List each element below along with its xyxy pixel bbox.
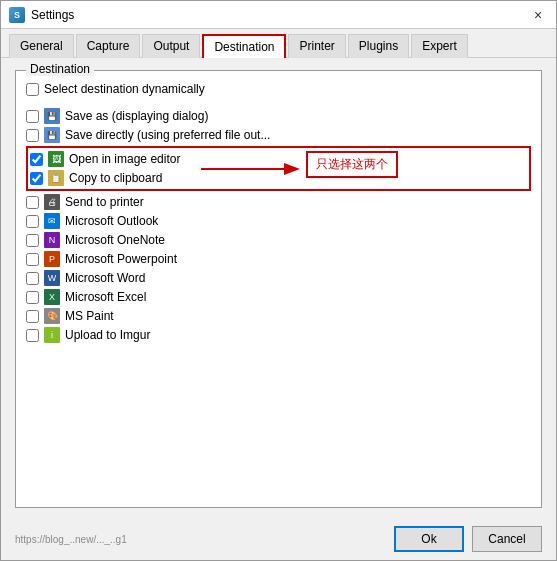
excel-icon: X bbox=[44, 289, 60, 305]
save-as-label: Save as (displaying dialog) bbox=[65, 109, 208, 123]
tab-general[interactable]: General bbox=[9, 34, 74, 58]
imgur-label: Upload to Imgur bbox=[65, 328, 150, 342]
highlighted-items-container: 🖼 Open in image editor 📋 Copy to clipboa… bbox=[26, 146, 531, 191]
select-dynamic-item: Select destination dynamically bbox=[26, 82, 531, 96]
excel-checkbox[interactable] bbox=[26, 291, 39, 304]
printer-item: 🖨 Send to printer bbox=[26, 194, 531, 210]
footer: https://blog_..new/..._..g1 Ok Cancel bbox=[1, 520, 556, 560]
printer-checkbox[interactable] bbox=[26, 196, 39, 209]
save-direct-label: Save directly (using preferred file out.… bbox=[65, 128, 270, 142]
title-bar: S Settings × bbox=[1, 1, 556, 29]
powerpoint-label: Microsoft Powerpoint bbox=[65, 252, 177, 266]
footer-url: https://blog_..new/..._..g1 bbox=[15, 534, 127, 545]
outlook-item: ✉ Microsoft Outlook bbox=[26, 213, 531, 229]
ok-button[interactable]: Ok bbox=[394, 526, 464, 552]
powerpoint-icon: P bbox=[44, 251, 60, 267]
onenote-label: Microsoft OneNote bbox=[65, 233, 165, 247]
mspaint-item: 🎨 MS Paint bbox=[26, 308, 531, 324]
tab-expert[interactable]: Expert bbox=[411, 34, 468, 58]
checked-highlight-box: 🖼 Open in image editor 📋 Copy to clipboa… bbox=[26, 146, 531, 191]
word-checkbox[interactable] bbox=[26, 272, 39, 285]
annotation-label: 只选择这两个 bbox=[306, 151, 398, 178]
save-as-item: 💾 Save as (displaying dialog) bbox=[26, 108, 531, 124]
settings-window: S Settings × General Capture Output Dest… bbox=[0, 0, 557, 561]
powerpoint-checkbox[interactable] bbox=[26, 253, 39, 266]
open-editor-icon: 🖼 bbox=[48, 151, 64, 167]
onenote-item: N Microsoft OneNote bbox=[26, 232, 531, 248]
copy-clipboard-icon: 📋 bbox=[48, 170, 64, 186]
tab-bar: General Capture Output Destination Print… bbox=[1, 29, 556, 58]
mspaint-label: MS Paint bbox=[65, 309, 114, 323]
open-editor-label: Open in image editor bbox=[69, 152, 180, 166]
open-editor-checkbox[interactable] bbox=[30, 153, 43, 166]
tab-output[interactable]: Output bbox=[142, 34, 200, 58]
onenote-checkbox[interactable] bbox=[26, 234, 39, 247]
select-dynamic-checkbox[interactable] bbox=[26, 83, 39, 96]
excel-label: Microsoft Excel bbox=[65, 290, 146, 304]
outlook-checkbox[interactable] bbox=[26, 215, 39, 228]
imgur-item: i Upload to Imgur bbox=[26, 327, 531, 343]
cancel-button[interactable]: Cancel bbox=[472, 526, 542, 552]
word-icon: W bbox=[44, 270, 60, 286]
save-direct-checkbox[interactable] bbox=[26, 129, 39, 142]
outlook-icon: ✉ bbox=[44, 213, 60, 229]
mspaint-checkbox[interactable] bbox=[26, 310, 39, 323]
copy-clipboard-label: Copy to clipboard bbox=[69, 171, 162, 185]
mspaint-icon: 🎨 bbox=[44, 308, 60, 324]
select-dynamic-label: Select destination dynamically bbox=[44, 82, 205, 96]
outlook-label: Microsoft Outlook bbox=[65, 214, 158, 228]
onenote-icon: N bbox=[44, 232, 60, 248]
copy-clipboard-checkbox[interactable] bbox=[30, 172, 43, 185]
word-label: Microsoft Word bbox=[65, 271, 145, 285]
tab-plugins[interactable]: Plugins bbox=[348, 34, 409, 58]
open-editor-item: 🖼 Open in image editor bbox=[30, 151, 527, 167]
window-title: Settings bbox=[31, 8, 74, 22]
destination-group: Destination Select destination dynamical… bbox=[15, 70, 542, 508]
imgur-icon: i bbox=[44, 327, 60, 343]
printer-icon: 🖨 bbox=[44, 194, 60, 210]
app-icon: S bbox=[9, 7, 25, 23]
tab-printer[interactable]: Printer bbox=[288, 34, 345, 58]
content-area: Destination Select destination dynamical… bbox=[1, 58, 556, 520]
copy-clipboard-item: 📋 Copy to clipboard bbox=[30, 170, 527, 186]
tab-destination[interactable]: Destination bbox=[202, 34, 286, 58]
save-as-checkbox[interactable] bbox=[26, 110, 39, 123]
group-label: Destination bbox=[26, 62, 94, 76]
powerpoint-item: P Microsoft Powerpoint bbox=[26, 251, 531, 267]
printer-label: Send to printer bbox=[65, 195, 144, 209]
save-direct-icon: 💾 bbox=[44, 127, 60, 143]
save-direct-item: 💾 Save directly (using preferred file ou… bbox=[26, 127, 531, 143]
save-as-icon: 💾 bbox=[44, 108, 60, 124]
word-item: W Microsoft Word bbox=[26, 270, 531, 286]
imgur-checkbox[interactable] bbox=[26, 329, 39, 342]
close-button[interactable]: × bbox=[528, 5, 548, 25]
excel-item: X Microsoft Excel bbox=[26, 289, 531, 305]
tab-capture[interactable]: Capture bbox=[76, 34, 141, 58]
